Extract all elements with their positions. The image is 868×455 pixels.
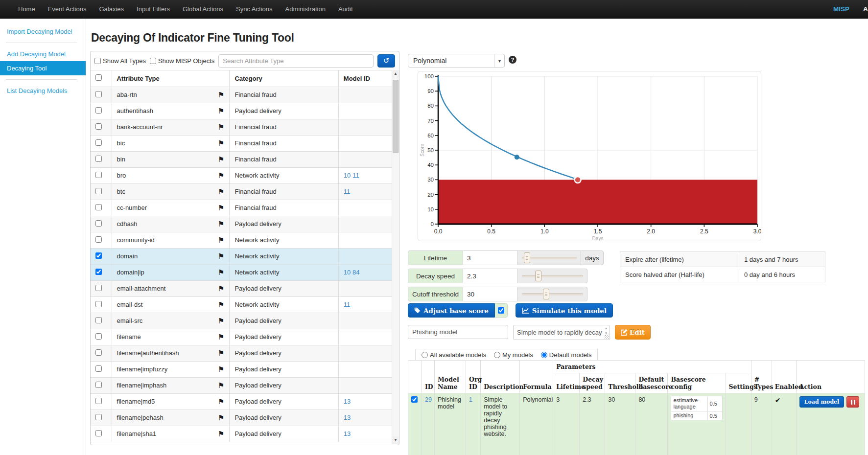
resize-grip-icon[interactable] — [605, 335, 609, 339]
model-id-link[interactable]: 10 11 — [344, 172, 359, 179]
radio-my-models[interactable]: My models — [494, 351, 533, 359]
attribute-row[interactable]: bic⚑Financial fraud — [91, 135, 392, 151]
slider-value-input[interactable]: 3 — [463, 251, 518, 265]
formula-select[interactable]: Polynomial ▾ — [408, 54, 505, 68]
attribute-row[interactable]: community-id⚑Network activity — [91, 232, 392, 248]
slider-value-input[interactable]: 30 — [463, 287, 518, 301]
sidebar-item-decaying-tool[interactable]: Decaying Tool — [0, 61, 86, 75]
attribute-checkbox[interactable] — [95, 285, 102, 291]
nav-item-galaxies[interactable]: Galaxies — [93, 0, 130, 19]
nav-item-home[interactable]: Home — [12, 0, 42, 19]
scroll-down-icon[interactable]: ▼ — [392, 436, 399, 444]
model-row[interactable]: 29 Phishing model 1 Simple model to rapi… — [408, 393, 865, 455]
attribute-row[interactable]: authentihash⚑Payload delivery — [91, 103, 392, 119]
radio-default-models[interactable]: Default models — [541, 351, 592, 359]
attribute-checkbox[interactable] — [95, 333, 102, 340]
attribute-row[interactable]: filename⚑Payload delivery — [91, 329, 392, 345]
simulate-model-button[interactable]: Simulate this model — [516, 303, 613, 318]
adjust-base-score-button[interactable]: Adjust base score — [408, 303, 495, 318]
slider-thumb[interactable] — [543, 289, 549, 299]
nav-item-input-filters[interactable]: Input Filters — [130, 0, 176, 19]
attribute-row[interactable]: filename|sha1⚑Payload delivery13 — [91, 426, 392, 442]
model-id-link[interactable]: 29 — [425, 396, 432, 403]
attribute-checkbox[interactable] — [95, 91, 102, 97]
sidebar-item-list-decaying-models[interactable]: List Decaying Models — [0, 84, 86, 98]
radio-input[interactable] — [541, 352, 547, 358]
reset-search-button[interactable]: ↺ — [377, 54, 395, 68]
attribute-row[interactable]: btc⚑Financial fraud11 — [91, 183, 392, 200]
search-attribute-input[interactable] — [218, 54, 374, 68]
attribute-row[interactable]: bank-account-nr⚑Financial fraud — [91, 119, 392, 135]
model-id-link[interactable]: 13 — [344, 430, 351, 437]
sidebar-item-add-decaying-model[interactable]: Add Decaying Model — [0, 47, 86, 61]
model-id-link[interactable]: 13 — [344, 414, 351, 421]
attribute-checkbox[interactable] — [95, 349, 102, 356]
nav-item-event-actions[interactable]: Event Actions — [42, 0, 93, 19]
model-id-link[interactable]: 13 — [344, 398, 351, 405]
model-id-link[interactable]: 11 — [344, 188, 351, 195]
slider-thumb[interactable] — [524, 252, 530, 263]
org-id-link[interactable]: 1 — [469, 396, 472, 403]
attribute-checkbox[interactable] — [95, 107, 102, 114]
disable-model-button[interactable] — [846, 396, 859, 408]
attribute-table-scrollbar[interactable]: ▲ ▼ — [392, 70, 399, 444]
attribute-row[interactable]: filename|imphash⚑Payload delivery — [91, 377, 392, 393]
attribute-row[interactable]: domain|ip⚑Network activity10 84 — [91, 264, 392, 280]
adjust-base-score-checkbox[interactable] — [498, 307, 504, 314]
help-icon[interactable]: ? — [509, 56, 516, 64]
nav-item-global-actions[interactable]: Global Actions — [176, 0, 230, 19]
sidebar-item-import-decaying-model[interactable]: Import Decaying Model — [0, 24, 86, 39]
attribute-row[interactable]: filename|pehash⚑Payload delivery13 — [91, 410, 392, 426]
radio-input[interactable] — [494, 352, 500, 358]
attribute-row[interactable]: email-src⚑Payload delivery — [91, 313, 392, 329]
attribute-checkbox[interactable] — [95, 172, 102, 178]
nav-item-audit[interactable]: Audit — [332, 0, 359, 19]
misp-brand-menu[interactable]: MISP — [833, 0, 849, 19]
score-point[interactable] — [515, 155, 519, 159]
attribute-checkbox[interactable] — [95, 398, 102, 404]
slider-value-input[interactable]: 2.3 — [463, 269, 518, 283]
radio-all-available-models[interactable]: All available models — [422, 351, 486, 359]
scroll-up-icon[interactable]: ▲ — [392, 70, 399, 78]
radio-input[interactable] — [422, 352, 428, 358]
model-id-link[interactable]: 11 — [344, 301, 351, 308]
attribute-checkbox[interactable] — [95, 156, 102, 162]
cutoff-point[interactable] — [575, 177, 581, 183]
attribute-row[interactable]: bro⚑Network activity10 11 — [91, 167, 392, 183]
model-name-input[interactable] — [408, 325, 508, 339]
attribute-checkbox[interactable] — [95, 430, 102, 436]
attribute-checkbox[interactable] — [95, 220, 102, 227]
nav-item-sync-actions[interactable]: Sync Actions — [230, 0, 279, 19]
attribute-checkbox[interactable] — [95, 414, 102, 420]
attribute-row[interactable]: filename|authentihash⚑Payload delivery — [91, 345, 392, 361]
slider-track[interactable] — [518, 287, 587, 301]
attribute-checkbox[interactable] — [95, 382, 102, 388]
attribute-checkbox[interactable] — [95, 236, 102, 243]
attribute-checkbox[interactable] — [95, 365, 102, 372]
attribute-row[interactable]: email-attachment⚑Payload delivery — [91, 280, 392, 296]
attribute-checkbox[interactable] — [95, 269, 102, 275]
edit-model-button[interactable]: Edit — [615, 325, 651, 340]
slider-thumb[interactable] — [535, 271, 541, 281]
show-misp-objects-checkbox[interactable] — [150, 58, 156, 64]
attribute-checkbox[interactable] — [95, 139, 102, 146]
slider-track[interactable] — [518, 251, 581, 265]
attribute-row[interactable]: filename|md5⚑Payload delivery13 — [91, 393, 392, 410]
attribute-row[interactable]: bin⚑Financial fraud — [91, 151, 392, 167]
slider-track[interactable] — [518, 269, 587, 283]
attribute-checkbox[interactable] — [95, 123, 102, 130]
nav-item-administration[interactable]: Administration — [279, 0, 332, 19]
attribute-row[interactable]: domain⚑Network activity — [91, 248, 392, 264]
attribute-checkbox[interactable] — [95, 317, 102, 323]
attribute-checkbox[interactable] — [95, 204, 102, 210]
user-menu[interactable]: Ad — [863, 0, 868, 19]
scrollbar-thumb[interactable] — [393, 80, 399, 153]
attribute-row[interactable]: email-dst⚑Network activity11 — [91, 296, 392, 313]
model-id-link[interactable]: 10 84 — [344, 269, 360, 276]
model-description-textarea[interactable]: Simple model to rapidly decay ▲▼ — [513, 325, 610, 340]
show-misp-objects-toggle[interactable]: Show MISP Objects — [150, 57, 214, 65]
attribute-row[interactable]: cdhash⚑Payload delivery — [91, 216, 392, 232]
select-all-checkbox[interactable] — [95, 74, 102, 81]
attribute-row[interactable]: cc-number⚑Financial fraud — [91, 200, 392, 216]
attribute-row[interactable]: aba-rtn⚑Financial fraud — [91, 87, 392, 103]
